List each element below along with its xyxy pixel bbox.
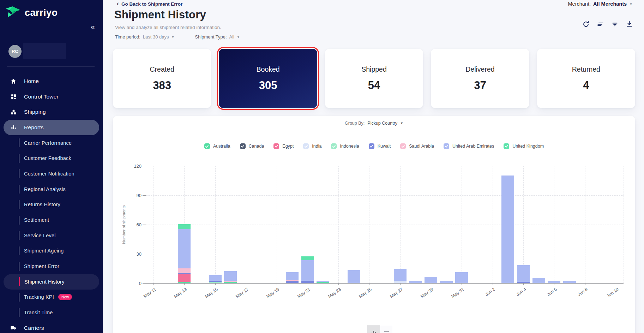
- bar-segment-saudi-arabia[interactable]: [178, 268, 191, 273]
- sidebar-item-transit-time[interactable]: Transit Time: [4, 305, 99, 320]
- stat-card-shipped[interactable]: Shipped54: [325, 49, 423, 108]
- gridline: [246, 166, 246, 283]
- checkbox-checked-icon[interactable]: [331, 143, 337, 149]
- sidebar-item-carriers[interactable]: Carriers: [4, 320, 99, 333]
- bar-segment-united-arab-emirates[interactable]: [301, 260, 314, 281]
- sidebar-item-regional-analysis[interactable]: Regional Analysis: [4, 182, 99, 197]
- active-marker: [19, 154, 19, 163]
- axis-tick: [143, 225, 146, 225]
- x-tick-label: Jun 2: [484, 287, 496, 297]
- sidebar-item-shipment-error[interactable]: Shipment Error: [4, 258, 99, 274]
- legend-item-united-arab-emirates[interactable]: United Arab Emirates: [444, 143, 494, 149]
- sidebar-item-customer-notification[interactable]: Customer Notification: [4, 166, 99, 182]
- table-icon: [384, 331, 389, 333]
- filter-icon[interactable]: [611, 20, 619, 28]
- active-marker: [19, 169, 19, 178]
- bar-may-15[interactable]: [209, 275, 222, 283]
- sidebar-item-returns-history[interactable]: Returns History: [4, 197, 99, 213]
- merchant-value: All Merchants: [593, 1, 627, 7]
- gridline: [400, 166, 401, 283]
- bar-segment-united-arab-emirates[interactable]: [425, 277, 437, 283]
- sidebar-item-reports[interactable]: Reports: [4, 120, 99, 135]
- sidebar-item-customer-feedback[interactable]: Customer Feedback: [4, 150, 99, 166]
- legend-item-united-kingdom[interactable]: United Kingdom: [504, 143, 544, 149]
- stat-card-returned[interactable]: Returned4: [537, 49, 635, 108]
- checkbox-checked-icon[interactable]: [369, 143, 374, 149]
- bar-segment-united-arab-emirates[interactable]: [532, 278, 545, 283]
- sidebar-item-shipment-ageing[interactable]: Shipment Ageing: [4, 243, 99, 259]
- bar-segment-united-kingdom[interactable]: [301, 256, 314, 260]
- bar-segment-united-arab-emirates[interactable]: [501, 176, 514, 283]
- bar-segment-egypt[interactable]: [178, 274, 191, 282]
- refresh-icon[interactable]: [582, 20, 590, 28]
- sidebar-item-carrier-performance[interactable]: Carrier Performance: [4, 135, 99, 151]
- y-tick-label: 90: [127, 193, 142, 198]
- gridline: [277, 166, 277, 283]
- checkbox-checked-icon[interactable]: [273, 143, 279, 149]
- sidebar-item-tracking-kpi[interactable]: Tracking KPINew: [4, 290, 99, 305]
- checkbox-checked-icon[interactable]: [204, 143, 210, 149]
- bar-jun-4[interactable]: [517, 265, 530, 283]
- x-axis-line: [143, 283, 624, 284]
- sidebar-item-service-level[interactable]: Service Level: [4, 228, 99, 243]
- bar-segment-united-arab-emirates[interactable]: [224, 271, 237, 281]
- avatar[interactable]: RC: [8, 45, 22, 58]
- legend-item-saudi-arabia[interactable]: Saudi Arabia: [400, 143, 434, 149]
- bar-may-20[interactable]: [286, 272, 299, 283]
- bar-may-24[interactable]: [348, 270, 360, 283]
- bar-chart-view-button[interactable]: [367, 325, 380, 333]
- checkbox-checked-icon[interactable]: [303, 143, 309, 149]
- bar-segment-united-arab-emirates[interactable]: [286, 272, 299, 280]
- legend-item-canada[interactable]: Canada: [240, 143, 264, 149]
- download-icon[interactable]: [625, 20, 633, 28]
- stat-card-delivered[interactable]: Delivered37: [431, 49, 529, 108]
- legend-item-kuwait[interactable]: Kuwait: [369, 143, 391, 149]
- legend-item-egypt[interactable]: Egypt: [273, 143, 294, 149]
- checkbox-checked-icon[interactable]: [400, 143, 406, 149]
- bar-may-29[interactable]: [425, 277, 437, 283]
- checkbox-checked-icon[interactable]: [504, 143, 509, 149]
- bar-segment-united-arab-emirates[interactable]: [394, 269, 407, 281]
- bar-may-21[interactable]: [301, 256, 314, 283]
- bar-segment-united-arab-emirates[interactable]: [517, 265, 530, 282]
- rows-icon[interactable]: [596, 20, 604, 28]
- sidebar-item-settlement[interactable]: Settlement: [4, 212, 99, 228]
- x-tick-label: May 11: [143, 287, 157, 299]
- bar-segment-united-arab-emirates[interactable]: [178, 229, 191, 268]
- stat-card-booked[interactable]: Booked305: [219, 49, 317, 108]
- sidebar-item-shipping[interactable]: Shipping: [4, 104, 99, 120]
- logo[interactable]: carriyo: [5, 6, 58, 20]
- legend-item-india[interactable]: India: [303, 143, 321, 149]
- table-view-button[interactable]: [380, 325, 393, 333]
- time-period-filter[interactable]: Time period: Last 30 days ▼: [115, 34, 174, 40]
- bar-segment-united-arab-emirates[interactable]: [209, 275, 222, 281]
- bar-may-31[interactable]: [455, 272, 468, 283]
- sidebar: carriyo « RC HomeControl TowerShippingRe…: [0, 0, 103, 333]
- bar-may-16[interactable]: [224, 271, 237, 283]
- stat-card-created[interactable]: Created383: [113, 49, 211, 108]
- bar-segment-united-kingdom[interactable]: [178, 224, 191, 229]
- sidebar-collapse-icon[interactable]: «: [91, 23, 95, 31]
- bar-jun-3[interactable]: [501, 176, 514, 283]
- gridline: [616, 166, 616, 283]
- merchant-selector[interactable]: Merchant: All Merchants ▼: [568, 1, 633, 7]
- checkbox-checked-icon[interactable]: [240, 143, 246, 149]
- shipment-type-filter[interactable]: Shipment Type: All ▼: [195, 34, 240, 40]
- gridline: [146, 166, 624, 166]
- new-badge: New: [58, 294, 72, 300]
- bar-jun-5[interactable]: [532, 278, 545, 283]
- back-link[interactable]: ‹ Go Back to Shipment Error: [117, 1, 182, 7]
- checkbox-checked-icon[interactable]: [444, 143, 449, 149]
- sidebar-item-shipment-history[interactable]: Shipment History: [4, 274, 99, 290]
- bar-may-13[interactable]: [178, 224, 191, 283]
- group-by-control[interactable]: Group By: Pickup Country ▼: [113, 121, 635, 126]
- sidebar-item-control-tower[interactable]: Control Tower: [4, 89, 99, 105]
- legend-item-indonesia[interactable]: Indonesia: [331, 143, 359, 149]
- sidebar-item-home[interactable]: Home: [4, 73, 99, 89]
- bar-may-27[interactable]: [394, 269, 407, 283]
- gridline: [338, 166, 339, 283]
- bar-segment-united-arab-emirates[interactable]: [348, 270, 360, 283]
- stat-value: 37: [474, 79, 486, 92]
- legend-item-australia[interactable]: Australia: [204, 143, 230, 149]
- bar-segment-united-arab-emirates[interactable]: [455, 272, 468, 283]
